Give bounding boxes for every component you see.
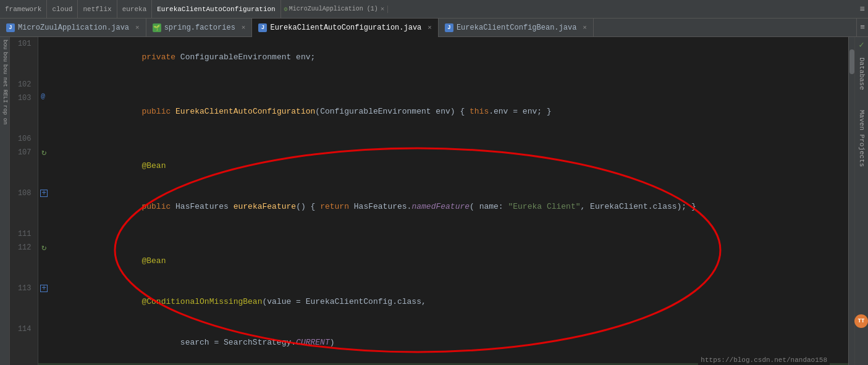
left-panel-label-reli: RELI	[2, 90, 8, 103]
scrollbar-thumb[interactable]	[849, 49, 854, 74]
left-panel-label-bou: bou	[2, 40, 8, 49]
tab-list-icon[interactable]: ≡	[860, 23, 865, 32]
check-icon: ✓	[859, 40, 864, 50]
gutter-at-icon-103: @	[38, 91, 48, 101]
left-panel-label-on: on	[2, 118, 8, 125]
tab-framework[interactable]: framework	[0, 0, 47, 19]
tab-cloud[interactable]: cloud	[47, 0, 78, 19]
left-panel-label-bou3: bou	[2, 64, 8, 74]
tab-microZuul-small: MicroZuulApplication (1)	[289, 6, 378, 12]
left-panel-label-bou2: bou	[2, 52, 8, 62]
right-panel: ✓ Database Maven Projects TT	[854, 37, 868, 365]
code-table: 101 private ConfigurableEnvironment env;…	[10, 37, 848, 365]
gutter-plus-113: +	[40, 285, 48, 292]
tab-eureka-auto-config[interactable]: J EurekaClientAutoConfiguration.java ×	[252, 19, 438, 37]
table-row: 106	[10, 132, 848, 146]
tab-netflix[interactable]: netflix	[78, 0, 117, 19]
tab-overflow-icon[interactable]: ≡	[860, 4, 865, 14]
user-avatar: TT	[854, 314, 868, 328]
table-row: 102	[10, 78, 848, 91]
close-tab-microZuul[interactable]: ×	[135, 24, 140, 31]
scrollbar-track[interactable]	[848, 37, 854, 365]
left-panel-label-rop: rop	[2, 105, 8, 115]
database-panel-label[interactable]: Database	[858, 55, 866, 93]
table-row: 112 ↻ @Bean	[10, 241, 848, 282]
tab-bar: framework cloud netflix eureka EurekaCli…	[0, 0, 868, 19]
close-tab-spring[interactable]: ×	[242, 24, 246, 31]
spring-icon: 🌱	[153, 23, 161, 32]
close-tab-eureka-bean[interactable]: ×	[583, 24, 587, 31]
gutter-plus-108: +	[40, 190, 48, 197]
java-icon-microZuul: J	[6, 23, 15, 32]
tab-spring-factories[interactable]: 🌱 spring.factories ×	[146, 19, 253, 37]
tab-eureka-config-bean[interactable]: J EurekaClientConfigBean.java ×	[439, 19, 594, 37]
close-tab-eureka-auto[interactable]: ×	[428, 24, 432, 31]
table-row: 111	[10, 227, 848, 241]
java-icon-eureka-auto: J	[258, 23, 267, 32]
maven-panel-label[interactable]: Maven Projects	[858, 107, 866, 169]
gutter-arrow-112: ↻	[41, 243, 46, 253]
table-row: 103 @ public EurekaClientAutoConfigurati…	[10, 91, 848, 132]
code-editor[interactable]: 101 private ConfigurableEnvironment env;…	[10, 37, 848, 365]
bottom-url: https://blog.csdn.net/nandao158	[698, 355, 830, 365]
tab-microZuul[interactable]: J MicroZuulApplication.java ×	[0, 19, 146, 37]
tab-eureka-auto-config-top[interactable]: EurekaClientAutoConfiguration	[152, 0, 280, 19]
java-icon-eureka-bean: J	[445, 23, 453, 32]
table-row: 101 private ConfigurableEnvironment env;	[10, 37, 848, 78]
table-row: 113 + @ConditionalOnMissingBean(value = …	[10, 282, 848, 322]
left-panel-label-net: net	[2, 77, 8, 87]
gutter-arrow-107: ↻	[41, 148, 46, 157]
table-row: 107 ↻ @Bean	[10, 146, 848, 187]
tab-eureka[interactable]: eureka	[117, 0, 153, 19]
table-row: 108 + public HasFeatures eurekaFeature()…	[10, 187, 848, 227]
